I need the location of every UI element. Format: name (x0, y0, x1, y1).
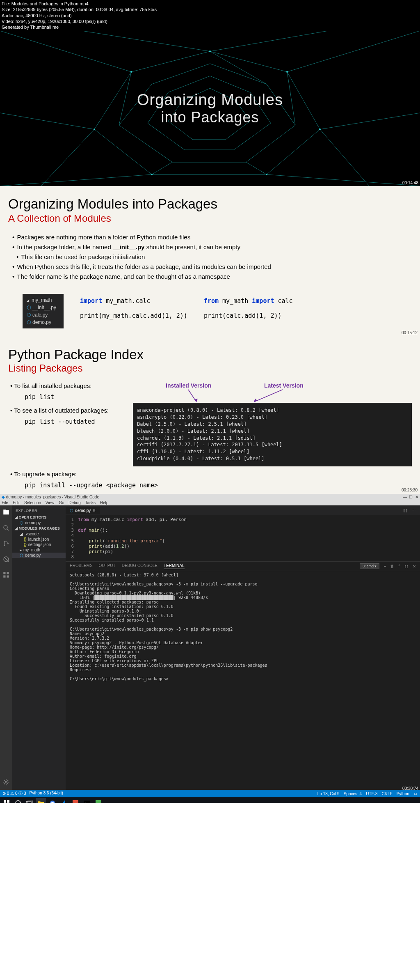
svg-rect-47 (26, 801, 31, 803)
menu-go[interactable]: Go (59, 500, 64, 505)
svg-point-33 (4, 545, 5, 546)
meta-audio: Audio: aac, 48000 Hz, stereo (und) (2, 13, 418, 18)
menu-edit[interactable]: Edit (13, 500, 20, 505)
status-spaces[interactable]: Spaces: 4 (344, 792, 362, 796)
kill-terminal-icon[interactable]: 🗑 (390, 564, 394, 569)
window-controls[interactable]: — ☐ ✕ (403, 495, 418, 499)
slide-title: Python Package Index (8, 347, 412, 363)
cortana-icon[interactable] (13, 798, 23, 803)
open-editors-section[interactable]: ◢ OPEN EDITORS (12, 514, 66, 520)
vscode-icon: ◆ (2, 495, 5, 499)
tab-problems[interactable]: PROBLEMS (70, 563, 93, 569)
svg-point-30 (4, 526, 7, 529)
svg-line-31 (7, 529, 9, 531)
chrome-icon[interactable] (48, 798, 57, 803)
start-button[interactable] (2, 798, 11, 803)
file-calc: ⬡calc.py (27, 311, 59, 319)
status-python[interactable]: Python 3.6 (64-bit) (30, 791, 63, 796)
slide-subtitle: A Collection of Modules (8, 213, 412, 224)
menu-selection[interactable]: Selection (24, 500, 41, 505)
svg-point-20 (286, 71, 288, 73)
task-view-icon[interactable] (25, 798, 34, 803)
maximize-icon[interactable]: ^ (398, 564, 400, 569)
timestamp: 00:30:74 (402, 786, 418, 791)
terminal-dropdown[interactable]: 3: cmd ▾ (360, 563, 380, 569)
activity-bar (0, 505, 12, 790)
settings-icon[interactable] (2, 778, 10, 787)
slide-package-index: Python Package Index Listing Packages • … (0, 337, 420, 494)
slide-subtitle: Listing Packages (8, 363, 412, 374)
sidebar-item-launch[interactable]: {}launch.json (12, 537, 66, 542)
menu-view[interactable]: View (46, 500, 55, 505)
menu-file[interactable]: File (2, 500, 8, 505)
vscode-taskbar-icon[interactable] (59, 798, 69, 803)
debug-icon[interactable] (2, 555, 10, 564)
terminal-content[interactable]: setuptools (28.8.0) - Latest: 37.0.0 [wh… (66, 571, 420, 683)
slide-title: Organizing Modules into Packages (8, 196, 412, 212)
pip-text: • To see a list of outdated packages: (10, 407, 133, 414)
status-errors[interactable]: ⊘ 0 ⚠ 0 ⓘ 3 (2, 791, 26, 796)
status-feedback[interactable]: ☺ (413, 792, 418, 796)
meta-generator: Generated by Thumbnail me (2, 24, 418, 30)
explorer-icon[interactable] (2, 509, 10, 517)
tab-demo[interactable]: ⬡demo.py ✕ (66, 507, 100, 514)
sidebar-folder-mymath[interactable]: ▸ my_math (12, 547, 66, 553)
folder-mymath: my_math (27, 296, 59, 304)
svg-line-7 (320, 113, 420, 129)
source-control-icon[interactable] (2, 540, 10, 548)
status-encoding[interactable]: UTF-8 (366, 792, 377, 796)
status-language[interactable]: Python (397, 792, 409, 796)
tab-output[interactable]: OUTPUT (99, 563, 116, 569)
explorer-title: EXPLORER (12, 507, 66, 514)
menu-debug[interactable]: Debug (68, 500, 80, 505)
json-icon: {} (24, 537, 27, 542)
bullet-item: This file can be used for package initia… (16, 252, 412, 262)
vscode-menubar[interactable]: File Edit Selection View Go Debug Tasks … (0, 500, 420, 505)
menu-tasks[interactable]: Tasks (85, 500, 96, 505)
tab-debug-console[interactable]: DEBUG CONSOLE (122, 563, 158, 569)
vscode-window: ◆ demo.py - modules_packages - Visual St… (0, 494, 420, 803)
meta-video: Video: h264, yuv420p, 1920x1080, 30.00 f… (2, 18, 418, 24)
media-metadata: File: Modules and Packages in Python.mp4… (0, 0, 420, 31)
json-icon: {} (24, 542, 27, 547)
svg-line-11 (210, 31, 328, 51)
svg-rect-42 (4, 800, 6, 803)
pip-text: • To list all installed packages: (10, 382, 133, 389)
more-icon[interactable]: ⋯ (411, 508, 416, 513)
app-icon[interactable] (71, 798, 80, 803)
bullet-list: Packages are nothing more than a folder … (12, 232, 412, 282)
app-icon-2[interactable] (94, 798, 103, 803)
svg-point-46 (16, 801, 21, 803)
sidebar-folder-vscode[interactable]: ◢ .vscode (12, 531, 66, 537)
code-editor[interactable]: 1from my_math.calc import add, pi, Perso… (66, 515, 420, 561)
status-eol[interactable]: CRLF (382, 792, 393, 796)
menu-help[interactable]: Help (100, 500, 109, 505)
sidebar-item-settings[interactable]: {}settings.json (12, 542, 66, 547)
close-panel-icon[interactable]: ✕ (413, 564, 416, 569)
project-section[interactable]: ◢ MODULES_PACKAGES (12, 526, 66, 531)
status-line-col[interactable]: Ln 13, Col 9 (317, 792, 340, 796)
svg-line-6 (0, 113, 94, 129)
split-editor-icon[interactable]: ⫿⫿ (403, 508, 408, 513)
file-explorer-icon[interactable] (36, 798, 46, 803)
new-terminal-icon[interactable]: + (383, 564, 386, 569)
pip-command: pip install --upgrade <package name> (25, 482, 412, 489)
svg-line-17 (152, 162, 172, 174)
svg-point-22 (266, 174, 267, 175)
close-icon[interactable]: ✕ (92, 508, 96, 513)
python-icon: ⬡ (27, 305, 31, 310)
cmd-icon[interactable]: > (82, 798, 92, 803)
extensions-icon[interactable] (2, 571, 10, 579)
sidebar-item-demo[interactable]: ⬡demo.py (12, 520, 66, 526)
terminal-panel: PROBLEMS OUTPUT DEBUG CONSOLE TERMINAL 3… (66, 561, 420, 790)
pip-text: • To upgrade a package: (10, 470, 412, 477)
status-bar: ⊘ 0 ⚠ 0 ⓘ 3 Python 3.6 (64-bit) Ln 13, C… (0, 790, 420, 797)
tab-terminal[interactable]: TERMINAL (164, 563, 185, 569)
vscode-titlebar[interactable]: ◆ demo.py - modules_packages - Visual St… (0, 494, 420, 500)
explorer-sidebar: EXPLORER ◢ OPEN EDITORS ⬡demo.py ◢ MODUL… (12, 505, 66, 790)
svg-line-13 (320, 129, 369, 186)
search-icon[interactable] (2, 524, 10, 532)
sidebar-item-demo-selected[interactable]: ⬡demo.py (12, 553, 66, 558)
split-icon[interactable]: ⫿⫿ (404, 564, 409, 569)
svg-line-5 (287, 31, 420, 72)
